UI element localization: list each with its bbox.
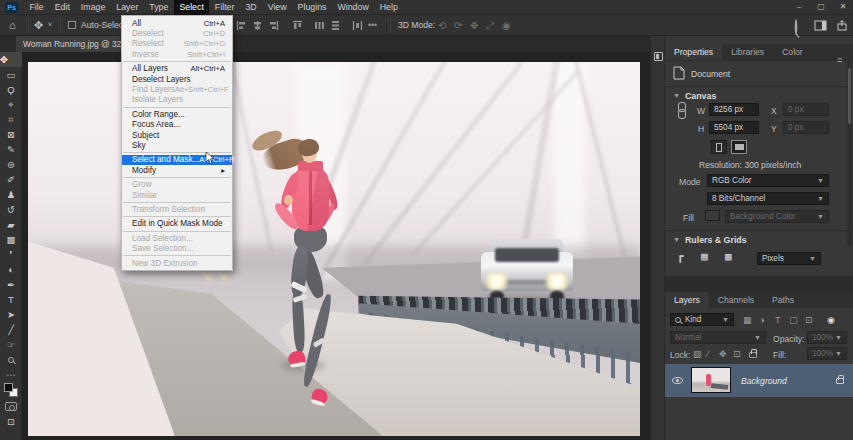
properties-scrollbar[interactable]: [847, 60, 852, 246]
pen-tool[interactable]: ✒: [0, 277, 22, 292]
brush-tool[interactable]: ✐: [0, 172, 22, 187]
menu-view[interactable]: View: [262, 0, 292, 15]
tab-layers[interactable]: Layers: [665, 292, 709, 308]
lock-position-icon[interactable]: ✥: [719, 349, 727, 359]
lock-artboard-icon[interactable]: ⊡: [733, 349, 741, 359]
crop-tool[interactable]: ⌗: [0, 112, 22, 127]
menu-edit[interactable]: Edit: [49, 0, 75, 15]
width-input[interactable]: 8256 px: [709, 103, 759, 116]
menu-item-color-range[interactable]: Color Range...: [122, 109, 232, 119]
menu-item-subject[interactable]: Subject: [122, 130, 232, 140]
menu-item-sky[interactable]: Sky: [122, 140, 232, 150]
foreground-color-swatch[interactable]: [4, 383, 13, 392]
chevron-down-icon[interactable]: ▼: [673, 92, 680, 99]
frame-tool[interactable]: ⊠: [0, 127, 22, 142]
bit-depth-select[interactable]: 8 Bits/Channel▼: [707, 192, 829, 205]
height-input[interactable]: 5504 px: [709, 121, 759, 134]
menu-file[interactable]: File: [24, 0, 49, 15]
menu-item-all-layers[interactable]: All LayersAlt+Ctrl+A: [122, 64, 232, 74]
layer-row-background[interactable]: Background: [665, 364, 853, 397]
filter-shape-layers-icon[interactable]: ▢: [789, 315, 798, 325]
portrait-orientation-button[interactable]: [711, 140, 727, 154]
close-button[interactable]: ✕: [833, 0, 853, 15]
more-options-icon[interactable]: •••: [368, 15, 377, 36]
menu-select[interactable]: Select: [174, 0, 209, 15]
eyedropper-tool[interactable]: ✎: [0, 142, 22, 157]
tab-paths[interactable]: Paths: [763, 292, 803, 308]
menu-image[interactable]: Image: [75, 0, 110, 15]
layer-visibility-eye-icon[interactable]: [672, 377, 683, 384]
filter-type-layers-icon[interactable]: T: [775, 315, 781, 325]
tab-color[interactable]: Color: [773, 44, 812, 60]
menu-item-select-and-mask[interactable]: Select and Mask...Alt+Ctrl+R: [122, 155, 232, 165]
grid-icon[interactable]: ▦: [701, 250, 708, 263]
tab-libraries[interactable]: Libraries: [722, 44, 773, 60]
filter-pixel-layers-icon[interactable]: ▦: [743, 315, 752, 325]
menu-item-deselect-layers[interactable]: Deselect Layers: [122, 74, 232, 84]
link-dimensions-icon[interactable]: [677, 102, 685, 118]
align-right-icon[interactable]: [268, 20, 279, 31]
color-mode-select[interactable]: RGB Color▼: [707, 174, 829, 187]
blur-tool[interactable]: ❜: [0, 247, 22, 262]
menu-filter[interactable]: Filter: [209, 0, 240, 15]
screen-mode-button[interactable]: ⊡: [0, 414, 22, 429]
filter-adjustment-layers-icon[interactable]: ◑: [759, 315, 764, 325]
workspace-icon[interactable]: [814, 20, 827, 31]
menu-help[interactable]: Help: [374, 0, 403, 15]
more-tools[interactable]: ⋯: [0, 367, 22, 382]
home-icon[interactable]: ⌂: [9, 15, 16, 35]
menu-layer[interactable]: Layer: [111, 0, 144, 15]
dodge-tool[interactable]: ◐: [0, 262, 22, 277]
line-tool[interactable]: ╱: [0, 322, 22, 337]
chevron-down-icon[interactable]: ˅: [48, 15, 52, 35]
distribute-spacing-icon[interactable]: [352, 20, 363, 31]
document-canvas[interactable]: [28, 62, 640, 436]
move-tool[interactable]: ✥: [0, 52, 22, 67]
tab-channels[interactable]: Channels: [709, 292, 763, 308]
history-brush-tool[interactable]: ↺: [0, 202, 22, 217]
share-icon[interactable]: [836, 19, 848, 32]
maximize-button[interactable]: ▢: [811, 0, 831, 15]
menu-type[interactable]: Type: [144, 0, 174, 15]
distribute-vertical-icon[interactable]: [330, 20, 341, 31]
spot-healing-brush-tool[interactable]: ⊜: [0, 157, 22, 172]
distribute-horizontal-icon[interactable]: [314, 20, 325, 31]
color-swatches[interactable]: [0, 382, 22, 399]
rectangular-marquee-tool[interactable]: ▭: [0, 67, 22, 82]
filter-toggle-pin-icon[interactable]: ◉: [827, 315, 835, 325]
pixel-grid-icon[interactable]: ▩: [725, 250, 732, 263]
menu-3d[interactable]: 3D: [240, 0, 262, 15]
ruler-icon[interactable]: ┏: [677, 250, 684, 263]
layer-name[interactable]: Background: [741, 376, 787, 386]
gradient-tool[interactable]: ▩: [0, 232, 22, 247]
lock-pixels-icon[interactable]: ∕: [707, 349, 709, 359]
menu-item-edit-in-quick-mask-mode[interactable]: Edit in Quick Mask Mode: [122, 219, 232, 229]
menu-item-all[interactable]: AllCtrl+A: [122, 18, 232, 28]
type-tool[interactable]: T: [0, 292, 22, 307]
photoshop-logo-icon[interactable]: Ps: [5, 2, 18, 13]
filter-smart-objects-icon[interactable]: ⊡: [805, 315, 813, 325]
hand-tool[interactable]: ☞: [0, 337, 22, 352]
align-center-icon[interactable]: [252, 20, 263, 31]
lasso-tool[interactable]: Ϙ: [0, 82, 22, 97]
layer-thumbnail[interactable]: [691, 367, 731, 393]
tab-properties[interactable]: Properties: [665, 44, 722, 60]
search-icon[interactable]: [795, 21, 798, 34]
zoom-tool[interactable]: [0, 352, 22, 367]
layer-lock-icon[interactable]: [836, 378, 844, 384]
menu-item-modify[interactable]: Modify▸: [122, 165, 232, 175]
menu-item-focus-area[interactable]: Focus Area...: [122, 120, 232, 130]
collapsed-panel-icon[interactable]: [654, 52, 663, 61]
lock-all-icon[interactable]: [749, 352, 757, 358]
object-selection-tool[interactable]: ⌖: [0, 97, 22, 112]
clone-stamp-tool[interactable]: ♟: [0, 187, 22, 202]
layer-filter-kind-select[interactable]: Kind▼: [670, 313, 734, 326]
align-left-icon[interactable]: [236, 20, 247, 31]
minimize-button[interactable]: –: [789, 0, 809, 15]
move-tool-icon[interactable]: ✥: [34, 15, 43, 35]
align-top-icon[interactable]: [292, 20, 303, 31]
eraser-tool[interactable]: ▰: [0, 217, 22, 232]
lock-transparency-icon[interactable]: ▨: [693, 349, 702, 359]
menu-window[interactable]: Window: [332, 0, 374, 15]
auto-select-checkbox[interactable]: [68, 21, 76, 29]
